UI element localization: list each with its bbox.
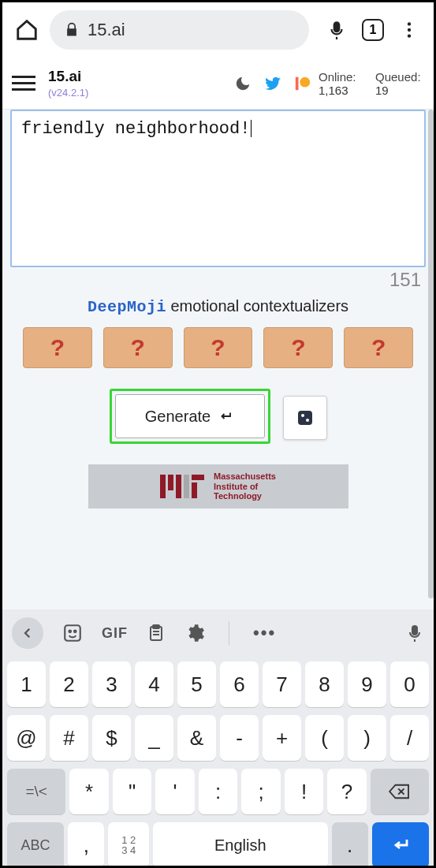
kb-more-button[interactable]: ••• — [253, 623, 276, 643]
backspace-icon — [388, 783, 412, 800]
svg-point-2 — [408, 34, 411, 37]
key-dollar[interactable]: $ — [92, 715, 131, 761]
enter-icon — [389, 836, 412, 855]
emoji-row: ? ? ? ? ? — [23, 327, 413, 368]
randomize-button[interactable] — [283, 396, 327, 440]
generate-button[interactable]: Generate — [115, 394, 265, 438]
key-period[interactable]: . — [332, 822, 368, 868]
key-0[interactable]: 0 — [390, 661, 429, 707]
key-exclaim[interactable]: ! — [285, 769, 324, 814]
key-3[interactable]: 3 — [92, 661, 131, 707]
tab-switcher-button[interactable]: 1 — [360, 17, 386, 43]
key-lparen[interactable]: ( — [305, 715, 344, 761]
emoji-box-1[interactable]: ? — [23, 327, 92, 368]
svg-point-4 — [300, 76, 310, 87]
site-title-block: 15.ai (v24.2.1) — [48, 68, 88, 99]
key-minus[interactable]: - — [220, 715, 259, 761]
kb-mic-button[interactable] — [405, 623, 424, 643]
key-question[interactable]: ? — [327, 769, 367, 814]
svg-rect-13 — [192, 475, 204, 480]
key-dquote[interactable]: " — [113, 769, 152, 814]
key-hash[interactable]: # — [50, 715, 88, 761]
text-input[interactable]: friendly neighborhood! — [10, 110, 426, 267]
svg-rect-10 — [176, 475, 181, 498]
key-symbols-shift[interactable]: =\< — [7, 769, 65, 814]
text-input-value: friendly neighborhood! — [21, 119, 250, 139]
key-semicolon[interactable]: ; — [241, 769, 281, 814]
svg-rect-12 — [192, 482, 197, 498]
url-bar[interactable]: 15.ai — [50, 10, 309, 50]
key-numgrid[interactable]: 1 2 3 4 — [108, 822, 149, 868]
key-5[interactable]: 5 — [177, 661, 216, 707]
kb-gif-button[interactable]: GIF — [102, 625, 128, 642]
key-plus[interactable]: + — [263, 715, 301, 761]
mit-line1: Massachusetts — [214, 471, 276, 482]
svg-point-0 — [408, 22, 411, 25]
online-value: 1,163 — [319, 84, 369, 97]
kb-sticker-button[interactable] — [62, 623, 83, 643]
kb-row-3: =\< * " ' : ; ! ? — [7, 769, 429, 814]
kb-clipboard-button[interactable] — [147, 623, 166, 643]
kb-collapse-button[interactable] — [12, 617, 43, 649]
key-enter[interactable] — [372, 822, 429, 868]
key-at[interactable]: @ — [7, 715, 46, 761]
key-rparen[interactable]: ) — [348, 715, 386, 761]
key-8[interactable]: 8 — [305, 661, 344, 707]
dark-mode-toggle[interactable] — [233, 74, 252, 93]
svg-rect-9 — [168, 475, 173, 490]
key-comma[interactable]: , — [68, 822, 104, 868]
mit-banner[interactable]: Massachusetts Institute of Technology — [88, 464, 348, 509]
kb-row-4: ABC , 1 2 3 4 English . — [7, 822, 429, 868]
svg-rect-14 — [65, 625, 80, 641]
keyboard: GIF ••• 1 2 3 4 5 6 7 8 9 0 @ # $ _ — [2, 609, 434, 868]
svg-point-6 — [301, 414, 304, 417]
menu-button[interactable] — [10, 72, 37, 95]
char-count: 151 — [10, 269, 426, 291]
key-squote[interactable]: ' — [155, 769, 195, 814]
emoji-box-3[interactable]: ? — [184, 327, 253, 368]
key-backspace[interactable] — [371, 769, 429, 814]
key-underscore[interactable]: _ — [135, 715, 173, 761]
emoji-box-2[interactable]: ? — [103, 327, 173, 368]
key-space[interactable]: English — [153, 822, 328, 868]
queued-status: Queued: 19 — [375, 70, 426, 97]
key-star[interactable]: * — [69, 769, 109, 814]
patreon-link[interactable] — [293, 74, 312, 93]
online-status: Online: 1,163 — [319, 70, 369, 97]
online-label: Online: — [319, 70, 369, 84]
key-amp[interactable]: & — [177, 715, 216, 761]
key-colon[interactable]: : — [199, 769, 238, 814]
svg-rect-3 — [296, 76, 299, 90]
emoji-box-4[interactable]: ? — [263, 327, 333, 368]
key-9[interactable]: 9 — [348, 661, 386, 707]
kb-settings-button[interactable] — [184, 623, 205, 643]
svg-rect-5 — [298, 411, 312, 425]
mit-logo-icon — [160, 475, 204, 498]
key-2[interactable]: 2 — [50, 661, 88, 707]
key-abc[interactable]: ABC — [7, 822, 64, 868]
deepmoji-heading: DeepMoji emotional contextualizers — [10, 297, 426, 316]
twitter-link[interactable] — [263, 74, 282, 93]
svg-point-15 — [69, 631, 71, 633]
key-4[interactable]: 4 — [135, 661, 173, 707]
tab-count: 1 — [362, 19, 384, 41]
key-1[interactable]: 1 — [7, 661, 46, 707]
dice-icon — [296, 408, 315, 427]
svg-point-7 — [306, 419, 309, 422]
site-title: 15.ai — [48, 68, 88, 85]
key-slash[interactable]: / — [390, 715, 429, 761]
key-6[interactable]: 6 — [220, 661, 259, 707]
key-7[interactable]: 7 — [263, 661, 301, 707]
voice-search-button[interactable] — [323, 17, 350, 43]
scrollbar[interactable] — [428, 110, 434, 598]
browser-menu-button[interactable] — [396, 17, 423, 43]
mit-line3: Technology — [214, 491, 276, 501]
emoji-box-5[interactable]: ? — [344, 327, 413, 368]
generate-label: Generate — [145, 408, 211, 426]
mit-text: Massachusetts Institute of Technology — [214, 471, 276, 501]
numgrid-bot: 3 4 — [121, 845, 136, 855]
kb-separator — [229, 621, 229, 645]
browser-home-button[interactable] — [13, 17, 40, 43]
deepmoji-brand: DeepMoji — [88, 298, 166, 316]
svg-point-1 — [408, 28, 411, 32]
